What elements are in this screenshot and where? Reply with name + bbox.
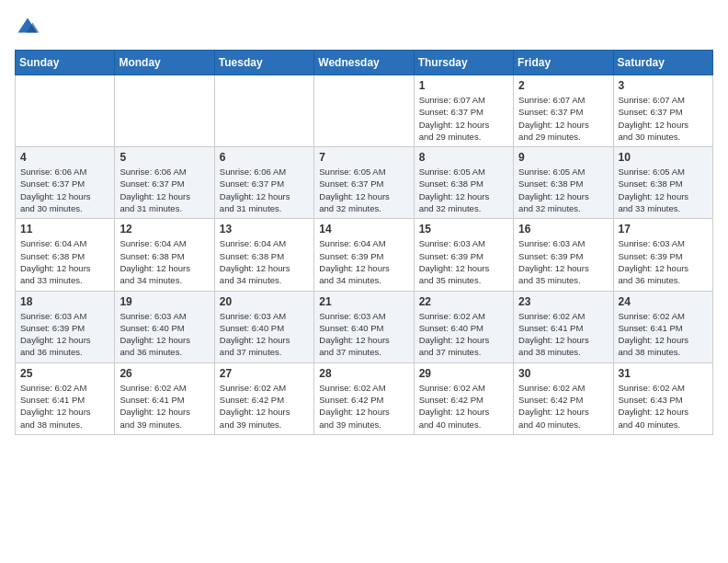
day-number: 1 — [419, 79, 508, 92]
day-info: Sunrise: 6:06 AM Sunset: 6:37 PM Dayligh… — [220, 166, 309, 214]
calendar-cell: 21Sunrise: 6:03 AM Sunset: 6:40 PM Dayli… — [314, 291, 414, 362]
day-number: 16 — [518, 223, 608, 236]
day-header-tuesday: Tuesday — [214, 51, 313, 75]
day-info: Sunrise: 6:02 AM Sunset: 6:42 PM Dayligh… — [518, 382, 608, 431]
day-info: Sunrise: 6:02 AM Sunset: 6:41 PM Dayligh… — [20, 382, 109, 431]
day-info: Sunrise: 6:04 AM Sunset: 6:38 PM Dayligh… — [119, 237, 209, 286]
day-number: 24 — [619, 295, 708, 308]
day-number: 9 — [518, 151, 608, 164]
calendar-cell — [115, 75, 214, 147]
day-info: Sunrise: 6:02 AM Sunset: 6:40 PM Dayligh… — [419, 310, 508, 359]
calendar-week-row: 18Sunrise: 6:03 AM Sunset: 6:39 PM Dayli… — [16, 291, 713, 362]
calendar-cell: 16Sunrise: 6:03 AM Sunset: 6:39 PM Dayli… — [514, 219, 613, 291]
day-number: 18 — [20, 295, 109, 308]
day-info: Sunrise: 6:04 AM Sunset: 6:38 PM Dayligh… — [20, 237, 109, 286]
day-info: Sunrise: 6:03 AM Sunset: 6:40 PM Dayligh… — [319, 310, 408, 359]
calendar-cell: 6Sunrise: 6:06 AM Sunset: 6:37 PM Daylig… — [214, 147, 313, 219]
day-info: Sunrise: 6:05 AM Sunset: 6:38 PM Dayligh… — [518, 166, 608, 214]
day-info: Sunrise: 6:03 AM Sunset: 6:39 PM Dayligh… — [619, 237, 708, 286]
day-header-saturday: Saturday — [613, 51, 712, 75]
calendar-cell: 25Sunrise: 6:02 AM Sunset: 6:41 PM Dayli… — [16, 362, 115, 434]
day-number: 31 — [619, 367, 708, 380]
day-number: 17 — [619, 223, 708, 236]
day-number: 30 — [518, 367, 608, 380]
calendar-week-row: 1Sunrise: 6:07 AM Sunset: 6:37 PM Daylig… — [16, 75, 713, 147]
calendar-cell: 20Sunrise: 6:03 AM Sunset: 6:40 PM Dayli… — [214, 291, 313, 362]
day-number: 10 — [619, 151, 708, 164]
day-info: Sunrise: 6:02 AM Sunset: 6:42 PM Dayligh… — [419, 382, 508, 431]
calendar-cell: 31Sunrise: 6:02 AM Sunset: 6:43 PM Dayli… — [613, 362, 712, 434]
calendar-cell: 8Sunrise: 6:05 AM Sunset: 6:38 PM Daylig… — [414, 147, 513, 219]
day-info: Sunrise: 6:02 AM Sunset: 6:42 PM Dayligh… — [220, 382, 309, 431]
day-number: 27 — [220, 367, 309, 380]
day-number: 28 — [319, 367, 408, 380]
day-number: 23 — [518, 295, 608, 308]
calendar-cell: 5Sunrise: 6:06 AM Sunset: 6:37 PM Daylig… — [115, 147, 214, 219]
day-number: 25 — [20, 367, 109, 380]
day-info: Sunrise: 6:04 AM Sunset: 6:39 PM Dayligh… — [319, 237, 408, 286]
calendar-cell: 24Sunrise: 6:02 AM Sunset: 6:41 PM Dayli… — [613, 291, 712, 362]
day-header-monday: Monday — [115, 51, 214, 75]
day-info: Sunrise: 6:06 AM Sunset: 6:37 PM Dayligh… — [20, 166, 109, 214]
day-info: Sunrise: 6:07 AM Sunset: 6:37 PM Dayligh… — [419, 94, 508, 143]
calendar-header-row: SundayMondayTuesdayWednesdayThursdayFrid… — [16, 51, 713, 75]
day-number: 19 — [119, 295, 209, 308]
day-number: 26 — [119, 367, 209, 380]
calendar-cell: 17Sunrise: 6:03 AM Sunset: 6:39 PM Dayli… — [613, 219, 712, 291]
day-number: 13 — [220, 223, 309, 236]
calendar-week-row: 25Sunrise: 6:02 AM Sunset: 6:41 PM Dayli… — [16, 362, 713, 434]
calendar-cell: 29Sunrise: 6:02 AM Sunset: 6:42 PM Dayli… — [414, 362, 513, 434]
calendar-cell: 28Sunrise: 6:02 AM Sunset: 6:42 PM Dayli… — [314, 362, 414, 434]
day-info: Sunrise: 6:03 AM Sunset: 6:39 PM Dayligh… — [20, 310, 109, 359]
day-info: Sunrise: 6:02 AM Sunset: 6:42 PM Dayligh… — [319, 382, 408, 431]
day-header-wednesday: Wednesday — [314, 51, 414, 75]
day-info: Sunrise: 6:06 AM Sunset: 6:37 PM Dayligh… — [119, 166, 209, 214]
calendar-cell: 23Sunrise: 6:02 AM Sunset: 6:41 PM Dayli… — [514, 291, 613, 362]
day-number: 2 — [518, 79, 608, 92]
calendar-cell: 27Sunrise: 6:02 AM Sunset: 6:42 PM Dayli… — [214, 362, 313, 434]
day-number: 14 — [319, 223, 408, 236]
calendar-cell: 22Sunrise: 6:02 AM Sunset: 6:40 PM Dayli… — [414, 291, 513, 362]
calendar-cell: 10Sunrise: 6:05 AM Sunset: 6:38 PM Dayli… — [613, 147, 712, 219]
day-info: Sunrise: 6:05 AM Sunset: 6:37 PM Dayligh… — [319, 166, 408, 214]
day-info: Sunrise: 6:03 AM Sunset: 6:40 PM Dayligh… — [119, 310, 209, 359]
day-header-thursday: Thursday — [414, 51, 513, 75]
page-header — [15, 15, 713, 40]
day-number: 15 — [419, 223, 508, 236]
day-number: 12 — [119, 223, 209, 236]
day-info: Sunrise: 6:02 AM Sunset: 6:43 PM Dayligh… — [619, 382, 708, 431]
day-info: Sunrise: 6:05 AM Sunset: 6:38 PM Dayligh… — [619, 166, 708, 214]
calendar-table: SundayMondayTuesdayWednesdayThursdayFrid… — [15, 50, 713, 435]
calendar-cell: 12Sunrise: 6:04 AM Sunset: 6:38 PM Dayli… — [115, 219, 214, 291]
calendar-cell: 2Sunrise: 6:07 AM Sunset: 6:37 PM Daylig… — [514, 75, 613, 147]
day-info: Sunrise: 6:02 AM Sunset: 6:41 PM Dayligh… — [119, 382, 209, 431]
day-info: Sunrise: 6:03 AM Sunset: 6:39 PM Dayligh… — [518, 237, 608, 286]
calendar-cell: 11Sunrise: 6:04 AM Sunset: 6:38 PM Dayli… — [16, 219, 115, 291]
day-number: 21 — [319, 295, 408, 308]
day-number: 5 — [119, 151, 209, 164]
day-number: 6 — [220, 151, 309, 164]
day-number: 11 — [20, 223, 109, 236]
calendar-week-row: 11Sunrise: 6:04 AM Sunset: 6:38 PM Dayli… — [16, 219, 713, 291]
day-header-friday: Friday — [514, 51, 613, 75]
day-info: Sunrise: 6:02 AM Sunset: 6:41 PM Dayligh… — [518, 310, 608, 359]
day-number: 4 — [20, 151, 109, 164]
calendar-cell — [16, 75, 115, 147]
day-info: Sunrise: 6:03 AM Sunset: 6:39 PM Dayligh… — [419, 237, 508, 286]
logo — [15, 15, 44, 40]
day-number: 20 — [220, 295, 309, 308]
day-info: Sunrise: 6:07 AM Sunset: 6:37 PM Dayligh… — [619, 94, 708, 143]
calendar-cell: 30Sunrise: 6:02 AM Sunset: 6:42 PM Dayli… — [514, 362, 613, 434]
day-number: 7 — [319, 151, 408, 164]
day-info: Sunrise: 6:02 AM Sunset: 6:41 PM Dayligh… — [619, 310, 708, 359]
calendar-cell — [314, 75, 414, 147]
calendar-cell: 9Sunrise: 6:05 AM Sunset: 6:38 PM Daylig… — [514, 147, 613, 219]
day-info: Sunrise: 6:07 AM Sunset: 6:37 PM Dayligh… — [518, 94, 608, 143]
logo-icon — [15, 15, 40, 40]
day-info: Sunrise: 6:03 AM Sunset: 6:40 PM Dayligh… — [220, 310, 309, 359]
calendar-cell: 26Sunrise: 6:02 AM Sunset: 6:41 PM Dayli… — [115, 362, 214, 434]
day-number: 22 — [419, 295, 508, 308]
calendar-cell: 18Sunrise: 6:03 AM Sunset: 6:39 PM Dayli… — [16, 291, 115, 362]
calendar-cell: 19Sunrise: 6:03 AM Sunset: 6:40 PM Dayli… — [115, 291, 214, 362]
calendar-cell: 15Sunrise: 6:03 AM Sunset: 6:39 PM Dayli… — [414, 219, 513, 291]
